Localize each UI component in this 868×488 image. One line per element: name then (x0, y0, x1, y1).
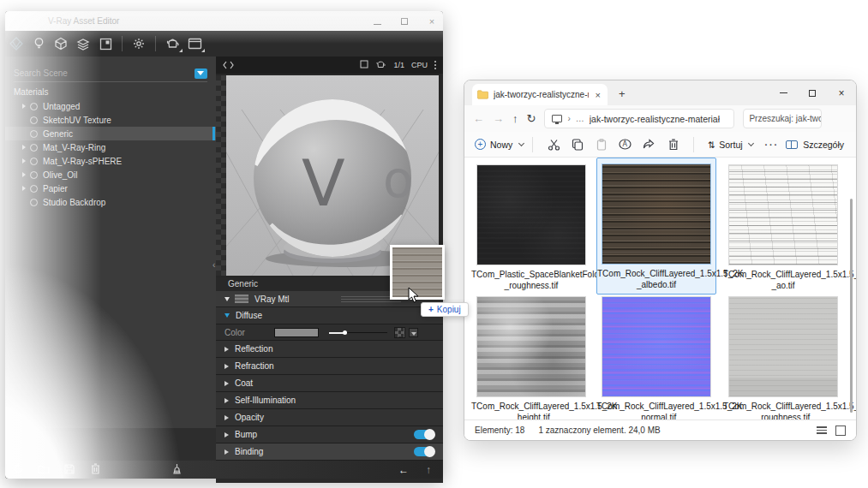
refresh-icon[interactable] (5, 462, 31, 478)
render-teapot-icon[interactable] (161, 34, 183, 53)
close-icon[interactable]: × (426, 16, 438, 27)
collapsed-triangle-icon[interactable] (224, 432, 229, 437)
nav-up-icon[interactable]: ↑ (512, 112, 518, 125)
paste-button[interactable] (590, 139, 614, 151)
collapsed-triangle-icon[interactable] (224, 347, 229, 352)
binding-toggle-on[interactable] (414, 447, 434, 456)
breadcrumb-more-icon[interactable]: … (576, 114, 584, 123)
collapsed-triangle-icon[interactable] (224, 449, 229, 455)
collapsed-triangle-icon[interactable] (224, 415, 229, 420)
nav-refresh-icon[interactable]: ↻ (527, 112, 536, 125)
diffuse-color-row: Color (216, 324, 443, 341)
copy-button[interactable] (566, 139, 590, 151)
breadcrumb[interactable]: jak-tworzyc-realistyczne-materiał (590, 114, 720, 124)
tab-close-icon[interactable]: × (594, 90, 602, 100)
bump-toggle-on[interactable] (414, 430, 434, 439)
list-view-icon[interactable] (817, 426, 827, 433)
rename-button[interactable]: A (614, 139, 638, 150)
file-tile[interactable]: TCom_Rock_CliffLayered_1.5x1.5_2K_height… (471, 296, 591, 423)
vray-titlebar[interactable]: V-Ray Asset Editor × (5, 11, 443, 31)
new-button[interactable]: + Nowy (475, 139, 524, 150)
material-item-studio-backdrop[interactable]: Studio Backdrop (5, 195, 216, 209)
material-item-sketchuv[interactable]: SketchUV Texture (5, 113, 216, 127)
collapse-preview-icon[interactable] (223, 57, 234, 73)
material-item-ring[interactable]: Mat_V-Ray-Ring (5, 140, 216, 154)
texture-dropdown-icon[interactable] (409, 328, 418, 337)
engine-selector[interactable]: CPU (411, 61, 428, 69)
preview-shape-icon[interactable] (360, 60, 368, 70)
minimize-icon[interactable] (371, 16, 383, 27)
expanded-triangle-icon[interactable] (224, 313, 230, 318)
nav-forward-icon[interactable]: → (493, 112, 504, 125)
up-arrow-icon[interactable]: ↑ (426, 464, 431, 476)
sort-button[interactable]: ⇅ Sortuj (708, 140, 752, 150)
material-item-generic[interactable]: Generic (5, 127, 216, 140)
trash-icon[interactable] (82, 462, 108, 478)
section-reflection[interactable]: Reflection (216, 341, 443, 358)
maximize-icon[interactable] (398, 16, 410, 27)
search-input[interactable]: Przeszukaj: jak-tworz (743, 109, 822, 128)
expand-icon[interactable] (22, 145, 26, 150)
close-icon[interactable]: × (827, 80, 856, 105)
frame-count[interactable]: 1/1 (393, 61, 404, 69)
share-button[interactable] (638, 139, 661, 150)
collapsed-triangle-icon[interactable] (224, 381, 229, 386)
section-refraction[interactable]: Refraction (216, 358, 443, 375)
material-item-olive-oil[interactable]: Olive_Oil (5, 168, 216, 182)
settings-gear-icon[interactable] (128, 34, 150, 53)
save-icon[interactable] (57, 462, 82, 478)
thumbnail-view-icon[interactable] (835, 426, 846, 436)
section-opacity[interactable]: Opacity (216, 409, 443, 426)
svg-text:V: V (302, 146, 345, 220)
section-diffuse[interactable]: Diffuse (216, 307, 443, 324)
more-options-icon[interactable]: ··· (765, 140, 780, 150)
vray-logo-icon[interactable] (5, 34, 27, 53)
material-item-sphere[interactable]: Mat_V-Ray-sPHERE (5, 154, 216, 168)
filter-icon[interactable] (195, 68, 207, 79)
nav-back-icon[interactable]: ← (473, 112, 484, 125)
expand-icon[interactable] (22, 186, 26, 191)
expand-icon[interactable] (22, 172, 26, 177)
details-button[interactable]: Szczegóły (786, 140, 844, 150)
textures-icon[interactable] (94, 34, 117, 53)
preview-menu-icon[interactable] (434, 61, 436, 69)
section-self-illumination[interactable]: Self-Illumination (216, 392, 443, 409)
lights-icon[interactable] (27, 34, 50, 53)
collapsed-triangle-icon[interactable] (224, 364, 229, 369)
texture-slot-icon[interactable] (394, 327, 405, 338)
section-binding[interactable]: Binding (216, 443, 443, 461)
file-tile[interactable]: TCom_Rock_CliffLayered_1.5x1.5_2K_roughn… (723, 296, 843, 423)
search-scene-input[interactable]: Search Scene (14, 65, 207, 82)
material-item-papier[interactable]: Papier (5, 182, 216, 195)
address-bar[interactable]: › … jak-tworzyc-realistyczne-materiał (544, 109, 734, 128)
material-item-untagged[interactable]: Untagged (5, 99, 216, 113)
render-elements-icon[interactable] (72, 34, 94, 53)
file-tile[interactable]: TCom_Plastic_SpaceBlanketFolds_4K_roughn… (471, 164, 591, 291)
delete-button[interactable] (661, 139, 685, 151)
material-icon (30, 130, 38, 138)
vertical-scrollbar[interactable] (850, 199, 853, 413)
collapsed-triangle-icon[interactable] (224, 398, 229, 403)
color-swatch[interactable] (274, 328, 319, 337)
expand-icon[interactable] (22, 158, 26, 164)
file-tile[interactable]: TCom_Rock_CliffLayered_1.5x1.5_2K_ao.tif (723, 164, 843, 291)
section-coat[interactable]: Coat (216, 375, 443, 392)
new-tab-icon[interactable]: + (619, 87, 626, 100)
file-tile[interactable]: TCom_Rock_CliffLayered_1.5x1.5_2K_normal… (596, 296, 716, 423)
file-tile-selected[interactable]: TCom_Rock_CliffLayered_1.5x1.5_2K_albedo… (596, 158, 716, 295)
geometry-icon[interactable] (50, 34, 72, 53)
purge-broom-icon[interactable] (164, 462, 189, 478)
color-amount-slider[interactable] (329, 328, 387, 336)
back-arrow-icon[interactable]: ← (398, 464, 409, 476)
expand-icon[interactable] (22, 104, 26, 109)
frame-buffer-icon[interactable] (183, 34, 206, 53)
preview-teapot-icon[interactable] (375, 60, 386, 71)
folder-open-icon[interactable] (31, 462, 57, 478)
collapse-triangle-icon[interactable] (224, 297, 230, 301)
minimize-icon[interactable] (769, 80, 798, 105)
maximize-icon[interactable] (798, 80, 827, 105)
section-bump[interactable]: Bump (216, 426, 443, 443)
explorer-tab[interactable]: jak-tworzyc-realistyczne-mate × (472, 84, 608, 105)
panel-collapse-chevron[interactable]: ‹ (213, 260, 215, 270)
cut-button[interactable] (542, 139, 566, 151)
